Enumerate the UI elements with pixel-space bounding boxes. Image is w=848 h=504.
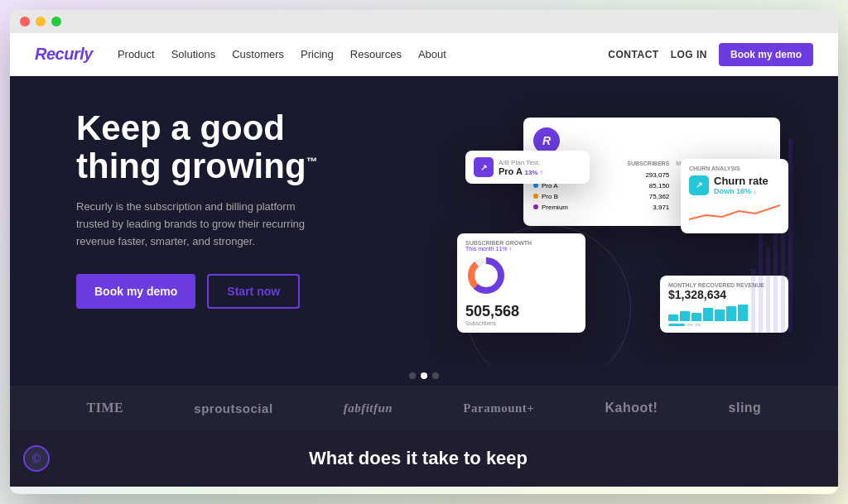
- sub-value: 505,568: [465, 303, 577, 320]
- rec-bar-3: [691, 313, 701, 321]
- indicator-dot-1[interactable]: [409, 372, 416, 379]
- dashboard-mockup: R PLAN NAME SUBSCRIBERS Basic 293,075: [424, 109, 797, 341]
- ab-label: A/B Plan Test:: [499, 159, 543, 166]
- bottom-section: © What does it take to keep: [10, 430, 838, 487]
- browser-window: Recurly Product Solutions Customers Pric…: [10, 10, 838, 494]
- logo-time: TIME: [87, 401, 124, 415]
- logos-bar: TIME sproutsocial fabfitfun Paramount+ K…: [10, 386, 838, 430]
- churn-text: Churn rate Down 16% ↓: [714, 175, 768, 195]
- contact-link[interactable]: CONTACT: [608, 49, 658, 60]
- bottom-copyright-icon: ©: [23, 445, 50, 472]
- sub-this-month: This month 11% ↑: [465, 246, 577, 252]
- indicator-dot-2[interactable]: [421, 372, 427, 379]
- logo[interactable]: Recurly: [35, 45, 93, 64]
- ab-test-card: ↗ A/B Plan Test: Pro A 13% ↑: [465, 151, 590, 184]
- churn-icon: ↗: [689, 175, 709, 195]
- book-demo-hero-button[interactable]: Book my demo: [76, 274, 195, 309]
- subscriber-growth-card: SUBSCRIBER GROWTH This month 11% ↑ 505,5…: [457, 233, 585, 333]
- maximize-button[interactable]: [51, 17, 61, 26]
- churn-title: Churn rate: [714, 175, 768, 187]
- bottom-title: What does it take to keep: [50, 448, 787, 469]
- nav-customers[interactable]: Customers: [232, 48, 284, 60]
- ab-plan: Pro A 13% ↑: [499, 166, 543, 176]
- rec-bar-1: [668, 314, 678, 321]
- churn-change: Down 16% ↓: [714, 187, 768, 195]
- logo-sling: sling: [729, 401, 762, 415]
- hero-title: Keep a good thing growing™: [76, 109, 424, 185]
- hero-buttons: Book my demo Start now: [76, 274, 424, 309]
- login-link[interactable]: LOG IN: [671, 49, 707, 60]
- rec-bar-2: [680, 311, 690, 321]
- nav-pricing[interactable]: Pricing: [301, 48, 334, 60]
- rec-bar-6: [726, 306, 736, 321]
- nav-resources[interactable]: Resources: [350, 48, 402, 60]
- plan-row-premium: Premium 3,971: [533, 202, 669, 213]
- nav-solutions[interactable]: Solutions: [171, 48, 215, 60]
- navbar: Recurly Product Solutions Customers Pric…: [10, 33, 838, 76]
- hero-grid: Keep a good thing growing™ Recurly is th…: [76, 109, 797, 341]
- indicator-dot-3[interactable]: [432, 372, 439, 379]
- subscribers-header: SUBSCRIBERS: [627, 161, 669, 166]
- donut-chart: [465, 255, 507, 296]
- close-button[interactable]: [20, 17, 30, 26]
- churn-card: CHURN ANALYSIS ↗ Churn rate Down 16% ↓: [681, 159, 788, 233]
- nav-about[interactable]: About: [418, 48, 446, 60]
- nav-right: CONTACT LOG IN Book my demo: [608, 43, 813, 66]
- hero-left: Keep a good thing growing™ Recurly is th…: [76, 109, 424, 341]
- rec-bar-4: [703, 308, 713, 321]
- hero-section: Keep a good thing growing™ Recurly is th…: [10, 76, 838, 366]
- churn-line-chart: [689, 199, 780, 223]
- churn-analysis-label: CHURN ANALYSIS: [689, 166, 780, 171]
- nav-product[interactable]: Product: [118, 48, 155, 60]
- hero-description: Recurly is the subscription and billing …: [76, 199, 325, 250]
- logo-sproutsocial: sproutsocial: [194, 401, 272, 415]
- plan-row-prob: Pro B 75,362: [533, 191, 669, 202]
- sub-growth-label: SUBSCRIBER GROWTH: [465, 240, 577, 246]
- start-now-button[interactable]: Start now: [207, 274, 300, 309]
- minimize-button[interactable]: [36, 17, 46, 26]
- ab-change: 13% ↑: [525, 169, 543, 176]
- logo-fabfitfun: fabfitfun: [344, 401, 393, 415]
- titlebar: [10, 10, 838, 33]
- logo-paramount: Paramount+: [463, 401, 534, 415]
- ab-icon: ↗: [474, 157, 494, 177]
- ab-header: ↗ A/B Plan Test: Pro A 13% ↑: [474, 157, 581, 177]
- book-demo-nav-button[interactable]: Book my demo: [719, 43, 813, 66]
- nav-links: Product Solutions Customers Pricing Reso…: [118, 48, 608, 60]
- carousel-indicators: [10, 366, 838, 386]
- rec-bar-5: [715, 310, 725, 321]
- logo-kahoot: Kahoot!: [605, 401, 658, 415]
- sub-sublabel: Subscribers: [465, 320, 577, 326]
- ab-text-block: A/B Plan Test: Pro A 13% ↑: [499, 159, 543, 176]
